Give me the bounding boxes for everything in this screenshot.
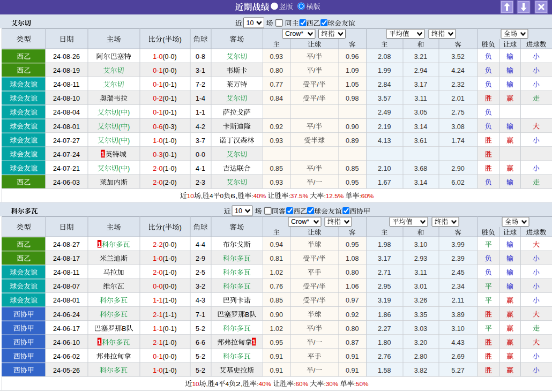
svg-text:10: 10 [235, 207, 242, 215]
svg-text:4: 4 [215, 380, 219, 388]
svg-text:/: / [317, 283, 319, 290]
svg-text:24-08-11: 24-08-11 [53, 269, 79, 276]
svg-text:7-1: 7-1 [196, 311, 205, 319]
svg-text:12.5%: 12.5% [326, 192, 344, 200]
svg-text:1-0: 1-0 [153, 53, 162, 61]
svg-text:24-08-26: 24-08-26 [53, 53, 80, 61]
svg-text:(0-1): (0-1) [162, 325, 176, 333]
svg-text:(1-0): (1-0) [162, 165, 176, 172]
svg-text:0-1: 0-1 [153, 353, 162, 360]
svg-text:(1-0): (1-0) [162, 137, 176, 145]
svg-text:3.68: 3.68 [414, 165, 427, 172]
svg-text:2.71: 2.71 [378, 269, 391, 276]
svg-text:6,: 6, [230, 192, 237, 200]
svg-text:2.69: 2.69 [451, 353, 464, 360]
svg-text:2.32: 2.32 [451, 81, 464, 88]
svg-text:2.95: 2.95 [378, 283, 391, 290]
svg-text:3.11: 3.11 [414, 95, 427, 102]
svg-text:3.14: 3.14 [414, 123, 427, 131]
svg-text:0.80: 0.80 [270, 67, 283, 74]
svg-text:5-2: 5-2 [196, 325, 205, 333]
svg-text:3.82: 3.82 [414, 367, 427, 374]
svg-text:): ) [128, 123, 130, 131]
svg-text:,: , [201, 192, 203, 200]
svg-text:24-08-11: 24-08-11 [53, 81, 79, 88]
svg-text:3.19: 3.19 [378, 297, 391, 304]
svg-text:3.01: 3.01 [414, 283, 427, 290]
svg-text:(0-1): (0-1) [162, 81, 176, 88]
svg-text:0.90: 0.90 [346, 123, 359, 131]
svg-text:1: 1 [98, 241, 101, 248]
svg-text:3.35: 3.35 [414, 311, 427, 319]
svg-text:1.02: 1.02 [270, 325, 283, 333]
svg-text:2-0: 2-0 [153, 165, 162, 172]
svg-text:(0-1): (0-1) [162, 109, 176, 116]
svg-text:60%: 60% [296, 380, 309, 388]
svg-text:4-3: 4-3 [196, 297, 205, 304]
svg-text:/: / [314, 165, 316, 172]
svg-text:24-08-10: 24-08-10 [53, 95, 80, 102]
svg-text:(1-0): (1-0) [162, 339, 176, 346]
svg-text:6.02: 6.02 [451, 179, 464, 186]
svg-text:0.91: 0.91 [346, 367, 359, 374]
svg-text:4: 4 [225, 380, 229, 388]
svg-text:2.75: 2.75 [451, 109, 464, 116]
svg-text:(1-1): (1-1) [162, 311, 176, 319]
svg-text:2.34: 2.34 [451, 283, 464, 290]
svg-text:/: / [314, 339, 316, 346]
svg-text:1.58: 1.58 [378, 367, 391, 374]
svg-text:(1-0): (1-0) [162, 367, 176, 374]
svg-text:2-2: 2-2 [153, 241, 162, 248]
svg-text:): ) [180, 223, 182, 231]
svg-text:3.57: 3.57 [378, 95, 391, 102]
svg-text:): ) [128, 109, 130, 116]
svg-text:0-0: 0-0 [153, 283, 162, 290]
svg-text:2.39: 2.39 [451, 255, 464, 262]
svg-text:24-07-21: 24-07-21 [53, 165, 80, 172]
svg-text:1-0: 1-0 [153, 137, 162, 145]
svg-text:(1-0): (1-0) [162, 297, 176, 304]
svg-text:2.08: 2.08 [378, 53, 391, 61]
svg-text:B: B [245, 311, 249, 319]
svg-text:4-4: 4-4 [196, 241, 205, 248]
svg-text:3.89: 3.89 [451, 311, 464, 319]
svg-text:24-06-24: 24-06-24 [53, 311, 80, 319]
svg-text:1.08: 1.08 [346, 255, 359, 262]
svg-text:0.91: 0.91 [270, 353, 283, 360]
svg-text:2.80: 2.80 [414, 353, 427, 360]
svg-text:2.49: 2.49 [378, 109, 391, 116]
svg-text:1: 1 [101, 150, 105, 158]
svg-text:40%: 40% [253, 192, 266, 200]
svg-text:1.80: 1.80 [378, 339, 391, 346]
svg-text:(: ( [162, 223, 165, 231]
svg-text:0.85: 0.85 [270, 165, 283, 172]
svg-text:(0-0): (0-0) [162, 67, 176, 74]
svg-text:50%: 50% [356, 380, 369, 388]
svg-text:5-2: 5-2 [196, 367, 205, 374]
svg-text:24-08-27: 24-08-27 [53, 241, 80, 248]
svg-text:3.10: 3.10 [451, 325, 464, 333]
svg-text:1.98: 1.98 [378, 241, 391, 248]
svg-text:0.95: 0.95 [346, 241, 359, 248]
svg-text:1: 1 [98, 338, 101, 346]
svg-text:3.21: 3.21 [414, 53, 427, 61]
svg-text:3-1: 3-1 [196, 67, 205, 74]
svg-text:0.95: 0.95 [346, 179, 359, 186]
svg-text:(0-0): (0-0) [162, 53, 176, 61]
svg-text:4.24: 4.24 [451, 67, 464, 74]
svg-text:2.94: 2.94 [414, 67, 427, 74]
svg-text:0-6: 0-6 [153, 123, 162, 131]
svg-text:24-06-10: 24-06-10 [53, 339, 80, 346]
svg-text:1-0: 1-0 [153, 255, 162, 262]
svg-text:3.03: 3.03 [414, 325, 427, 333]
svg-text:0.89: 0.89 [346, 137, 359, 145]
svg-text:2.10: 2.10 [378, 165, 391, 172]
svg-text:/: / [314, 325, 316, 333]
svg-text:/: / [314, 67, 316, 74]
svg-text:0.91: 0.91 [270, 367, 283, 374]
svg-text:0.93: 0.93 [270, 53, 283, 61]
svg-text:1.05: 1.05 [346, 81, 359, 88]
svg-text:3.17: 3.17 [414, 81, 427, 88]
svg-text:3.05: 3.05 [414, 109, 427, 116]
svg-text:/: / [317, 81, 319, 88]
